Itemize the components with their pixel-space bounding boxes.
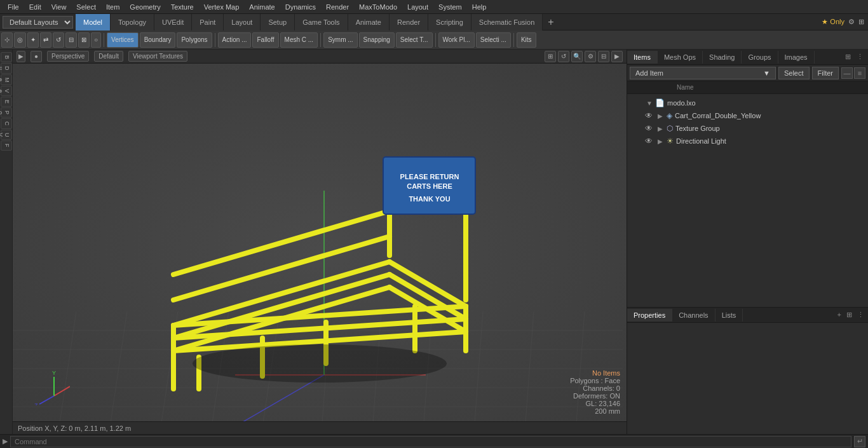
action-btn[interactable]: Action ... bbox=[218, 32, 252, 48]
sidebar-tab-f[interactable]: F bbox=[1, 140, 12, 151]
sidebar-tab-uv[interactable]: UV bbox=[1, 130, 12, 140]
menu-maxtomodo[interactable]: MaxToModo bbox=[354, 2, 402, 12]
polygons-btn[interactable]: Polygons bbox=[177, 32, 212, 48]
bottom-settings-icon[interactable]: ⋮ bbox=[856, 311, 865, 319]
menu-system[interactable]: System bbox=[433, 2, 467, 12]
viewport[interactable]: ▶ ● Perspective Default Viewport Texture… bbox=[13, 50, 627, 434]
tab-paint[interactable]: Paint bbox=[192, 14, 224, 31]
menu-geometry[interactable]: Geometry bbox=[125, 2, 165, 12]
selecti-btn[interactable]: Selecti ... bbox=[476, 32, 511, 48]
viewport-perspective-label[interactable]: Perspective bbox=[47, 51, 89, 62]
select-t-btn[interactable]: Select T... bbox=[396, 32, 433, 48]
snapping-btn[interactable]: Snapping bbox=[359, 32, 395, 48]
kits-btn[interactable]: Kits bbox=[517, 32, 536, 48]
boundary-btn[interactable]: Boundary bbox=[140, 32, 176, 48]
command-run-icon[interactable]: ↵ bbox=[854, 436, 865, 447]
sidebar-tab-vert[interactable]: Ver bbox=[1, 86, 12, 96]
tree-item-directional-light[interactable]: 👁 ▶ ☀ Directional Light bbox=[627, 135, 868, 147]
panel-tab-mesh-ops[interactable]: Mesh Ops bbox=[658, 51, 703, 64]
sidebar-tab-curve[interactable]: C bbox=[1, 118, 12, 129]
symm-btn[interactable]: Symm ... bbox=[323, 32, 357, 48]
tree-item-cart-corral[interactable]: 👁 ▶ ◈ Cart_Corral_Double_Yellow bbox=[627, 109, 868, 122]
pivot-btn[interactable]: ✦ bbox=[27, 32, 39, 48]
falloff-btn[interactable]: Falloff bbox=[252, 32, 278, 48]
layout-dropdown[interactable]: Default Layouts bbox=[3, 16, 73, 29]
tab-render[interactable]: Render bbox=[390, 14, 428, 31]
sidebar-tab-poly[interactable]: Pol bbox=[1, 107, 12, 118]
tab-animate[interactable]: Animate bbox=[348, 14, 390, 31]
scene-tree[interactable]: ▼ 📄 modo.lxo 👁 ▶ ◈ Cart_Corral_Double_Ye… bbox=[627, 94, 868, 307]
scale-btn[interactable]: ⊟ bbox=[65, 32, 77, 48]
viewport-menu-btn[interactable]: ▶ bbox=[17, 51, 25, 62]
panel-collapse-icon[interactable]: — bbox=[841, 67, 853, 79]
rotate-view-icon[interactable]: ↺ bbox=[558, 51, 569, 62]
star-label[interactable]: ★ Only bbox=[822, 18, 844, 26]
menu-help[interactable]: Help bbox=[467, 2, 492, 12]
menu-edit[interactable]: Edit bbox=[24, 2, 46, 12]
panel-tab-groups[interactable]: Groups bbox=[742, 51, 778, 64]
select-mode-btn[interactable]: ⊹ bbox=[1, 32, 13, 48]
expand-arrow-modo[interactable]: ▼ bbox=[646, 100, 653, 107]
expand-arrow-texture[interactable]: ▶ bbox=[658, 125, 664, 132]
bottom-plus-btn[interactable]: + bbox=[836, 311, 843, 319]
vertices-btn[interactable]: Vertices bbox=[107, 32, 139, 48]
tab-topology[interactable]: Topology bbox=[111, 14, 154, 31]
transform-btn[interactable]: ⇄ bbox=[40, 32, 51, 48]
tab-model[interactable]: Model bbox=[76, 14, 111, 31]
tree-item-modo-lxo[interactable]: ▼ 📄 modo.lxo bbox=[627, 97, 868, 109]
menu-view[interactable]: View bbox=[46, 2, 72, 12]
tab-scripting[interactable]: Scripting bbox=[428, 14, 471, 31]
menu-layout[interactable]: Layout bbox=[402, 2, 433, 12]
tab-layout[interactable]: Layout bbox=[224, 14, 261, 31]
viewport-canvas[interactable]: PLEASE RETURN CARTS HERE THANK YOU X Y Z bbox=[13, 64, 627, 434]
menu-dynamics[interactable]: Dynamics bbox=[280, 2, 321, 12]
mirror-btn[interactable]: ⊠ bbox=[78, 32, 90, 48]
viewport-options-icon[interactable]: ⚙ bbox=[585, 51, 596, 62]
tree-item-texture-group[interactable]: 👁 ▶ ⬡ Texture Group bbox=[627, 122, 868, 135]
sidebar-tab-bevel[interactable]: B bbox=[1, 52, 12, 62]
sidebar-tab-mesh[interactable]: Mes bbox=[1, 74, 12, 86]
rotate-btn[interactable]: ↺ bbox=[53, 32, 64, 48]
command-arrow[interactable]: ▶ bbox=[3, 437, 8, 445]
viewport-arrow-icon[interactable]: ▶ bbox=[611, 51, 623, 62]
sidebar-tab-edge[interactable]: E bbox=[1, 97, 12, 107]
sidebar-tab-dup[interactable]: Dup bbox=[1, 63, 12, 74]
menu-select[interactable]: Select bbox=[71, 2, 101, 12]
command-input[interactable] bbox=[10, 436, 851, 447]
viewport-textures-label[interactable]: Viewport Textures bbox=[128, 51, 187, 62]
menu-animate[interactable]: Animate bbox=[244, 2, 280, 12]
menu-item[interactable]: Item bbox=[101, 2, 125, 12]
work-pl-btn[interactable]: Work Pl... bbox=[438, 32, 475, 48]
frame-all-icon[interactable]: ⊞ bbox=[545, 51, 556, 62]
menu-render[interactable]: Render bbox=[321, 2, 354, 12]
panel-expand-icon[interactable]: ⊞ bbox=[843, 53, 853, 61]
mesh-c-btn[interactable]: Mesh C ... bbox=[280, 32, 318, 48]
panel-tab-images[interactable]: Images bbox=[778, 51, 815, 64]
zoom-icon[interactable]: 🔍 bbox=[571, 51, 583, 62]
panel-list-icon[interactable]: ≡ bbox=[854, 67, 865, 79]
panel-tab-items[interactable]: Items bbox=[627, 51, 658, 64]
viewport-maximize-icon[interactable]: ⊟ bbox=[598, 51, 609, 62]
menu-file[interactable]: File bbox=[3, 2, 24, 12]
visibility-eye-light[interactable]: 👁 bbox=[642, 135, 655, 147]
panel-tab-shading[interactable]: Shading bbox=[703, 51, 742, 64]
tab-setup[interactable]: Setup bbox=[261, 14, 295, 31]
viewport-dot-btn[interactable]: ● bbox=[31, 51, 42, 62]
settings-icon[interactable]: ⚙ bbox=[848, 18, 855, 26]
sphere-btn[interactable]: ○ bbox=[91, 32, 101, 48]
tab-game-tools[interactable]: Game Tools bbox=[295, 14, 348, 31]
bottom-tab-properties[interactable]: Properties bbox=[627, 309, 672, 322]
expand-arrow-light[interactable]: ▶ bbox=[658, 138, 664, 145]
expand-arrow-cart[interactable]: ▶ bbox=[658, 112, 664, 119]
tab-schematic-fusion[interactable]: Schematic Fusion bbox=[471, 14, 543, 31]
add-layout-button[interactable]: + bbox=[543, 17, 559, 28]
bottom-expand-icon[interactable]: ⊞ bbox=[845, 311, 853, 319]
filter-button[interactable]: Filter bbox=[812, 67, 839, 79]
bottom-tab-channels[interactable]: Channels bbox=[672, 309, 715, 322]
maximize-icon[interactable]: ⊞ bbox=[858, 18, 864, 26]
visibility-eye-texture[interactable]: 👁 bbox=[642, 122, 655, 135]
menu-vertex-map[interactable]: Vertex Map bbox=[199, 2, 245, 12]
panel-settings-icon[interactable]: ⋮ bbox=[855, 53, 865, 61]
viewport-default-label[interactable]: Default bbox=[94, 51, 123, 62]
add-item-button[interactable]: Add Item ▼ bbox=[630, 67, 776, 79]
